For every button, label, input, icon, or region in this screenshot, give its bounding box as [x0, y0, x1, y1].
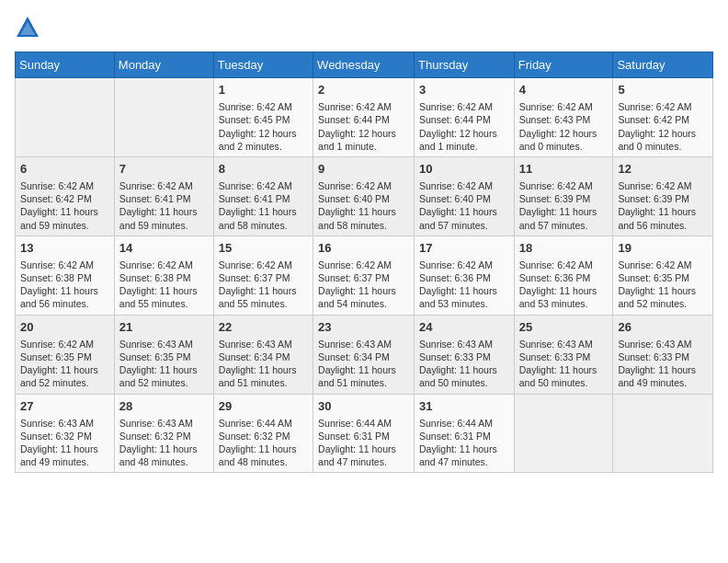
- calendar-cell: 18Sunrise: 6:42 AM Sunset: 6:36 PM Dayli…: [514, 236, 613, 315]
- day-header-saturday: Saturday: [613, 52, 713, 78]
- cell-content: Sunrise: 6:43 AM Sunset: 6:33 PM Dayligh…: [419, 338, 509, 390]
- calendar-cell: 10Sunrise: 6:42 AM Sunset: 6:40 PM Dayli…: [415, 156, 515, 236]
- cell-content: Sunrise: 6:42 AM Sunset: 6:36 PM Dayligh…: [519, 259, 609, 311]
- calendar-cell: 1Sunrise: 6:42 AM Sunset: 6:45 PM Daylig…: [213, 78, 313, 157]
- calendar-cell: 15Sunrise: 6:42 AM Sunset: 6:37 PM Dayli…: [213, 236, 313, 315]
- cell-content: Sunrise: 6:42 AM Sunset: 6:37 PM Dayligh…: [219, 259, 308, 311]
- day-number: 6: [20, 161, 109, 178]
- calendar-cell: 28Sunrise: 6:43 AM Sunset: 6:32 PM Dayli…: [114, 394, 213, 473]
- day-number: 16: [318, 240, 409, 257]
- cell-content: Sunrise: 6:43 AM Sunset: 6:34 PM Dayligh…: [219, 338, 308, 390]
- day-number: 21: [119, 319, 209, 336]
- calendar-cell: 26Sunrise: 6:43 AM Sunset: 6:33 PM Dayli…: [613, 315, 713, 394]
- day-number: 31: [419, 398, 509, 415]
- day-number: 4: [519, 82, 609, 98]
- calendar-cell: 30Sunrise: 6:44 AM Sunset: 6:31 PM Dayli…: [313, 394, 415, 473]
- logo: [15, 15, 44, 40]
- cell-content: Sunrise: 6:42 AM Sunset: 6:44 PM Dayligh…: [318, 100, 409, 153]
- day-number: 3: [419, 82, 509, 98]
- calendar-cell: 6Sunrise: 6:42 AM Sunset: 6:42 PM Daylig…: [16, 156, 115, 236]
- day-number: 27: [20, 398, 109, 415]
- calendar-cell: [514, 394, 613, 473]
- calendar-cell: 2Sunrise: 6:42 AM Sunset: 6:44 PM Daylig…: [313, 78, 415, 157]
- calendar-week-row: 20Sunrise: 6:42 AM Sunset: 6:35 PM Dayli…: [16, 315, 713, 394]
- calendar-cell: 11Sunrise: 6:42 AM Sunset: 6:39 PM Dayli…: [514, 156, 613, 236]
- day-header-tuesday: Tuesday: [213, 52, 313, 78]
- cell-content: Sunrise: 6:43 AM Sunset: 6:32 PM Dayligh…: [20, 417, 109, 469]
- cell-content: Sunrise: 6:42 AM Sunset: 6:38 PM Dayligh…: [119, 259, 209, 311]
- calendar-cell: 31Sunrise: 6:44 AM Sunset: 6:31 PM Dayli…: [415, 394, 515, 473]
- day-header-friday: Friday: [514, 52, 613, 78]
- cell-content: Sunrise: 6:44 AM Sunset: 6:31 PM Dayligh…: [419, 417, 509, 469]
- page-header: [15, 15, 713, 40]
- cell-content: Sunrise: 6:43 AM Sunset: 6:35 PM Dayligh…: [119, 338, 209, 390]
- day-number: 30: [318, 398, 409, 415]
- calendar-cell: 19Sunrise: 6:42 AM Sunset: 6:35 PM Dayli…: [613, 236, 713, 315]
- cell-content: Sunrise: 6:43 AM Sunset: 6:32 PM Dayligh…: [119, 417, 209, 469]
- calendar-week-row: 6Sunrise: 6:42 AM Sunset: 6:42 PM Daylig…: [16, 156, 713, 236]
- calendar-cell: 13Sunrise: 6:42 AM Sunset: 6:38 PM Dayli…: [16, 236, 115, 315]
- cell-content: Sunrise: 6:44 AM Sunset: 6:32 PM Dayligh…: [219, 417, 308, 469]
- cell-content: Sunrise: 6:42 AM Sunset: 6:40 PM Dayligh…: [419, 179, 509, 232]
- day-header-thursday: Thursday: [415, 52, 515, 78]
- day-number: 14: [119, 240, 209, 257]
- day-number: 18: [519, 240, 609, 257]
- day-number: 23: [318, 319, 409, 336]
- day-number: 24: [419, 319, 509, 336]
- day-header-monday: Monday: [114, 52, 213, 78]
- calendar-cell: 25Sunrise: 6:43 AM Sunset: 6:33 PM Dayli…: [514, 315, 613, 394]
- calendar-cell: 7Sunrise: 6:42 AM Sunset: 6:41 PM Daylig…: [114, 156, 213, 236]
- logo-icon: [15, 15, 40, 40]
- day-number: 9: [318, 161, 409, 178]
- day-number: 2: [318, 82, 409, 98]
- cell-content: Sunrise: 6:42 AM Sunset: 6:36 PM Dayligh…: [419, 259, 509, 311]
- cell-content: Sunrise: 6:42 AM Sunset: 6:39 PM Dayligh…: [519, 179, 609, 232]
- day-number: 1: [219, 82, 308, 98]
- day-number: 12: [618, 161, 708, 178]
- day-number: 28: [119, 398, 209, 415]
- day-number: 22: [219, 319, 308, 336]
- day-number: 8: [219, 161, 308, 178]
- calendar-week-row: 27Sunrise: 6:43 AM Sunset: 6:32 PM Dayli…: [16, 394, 713, 473]
- cell-content: Sunrise: 6:44 AM Sunset: 6:31 PM Dayligh…: [318, 417, 409, 469]
- calendar-cell: [613, 394, 713, 473]
- day-number: 19: [618, 240, 708, 257]
- cell-content: Sunrise: 6:42 AM Sunset: 6:42 PM Dayligh…: [618, 100, 708, 153]
- calendar-cell: 20Sunrise: 6:42 AM Sunset: 6:35 PM Dayli…: [16, 315, 115, 394]
- day-number: 20: [20, 319, 109, 336]
- cell-content: Sunrise: 6:42 AM Sunset: 6:39 PM Dayligh…: [618, 179, 708, 232]
- cell-content: Sunrise: 6:42 AM Sunset: 6:35 PM Dayligh…: [618, 259, 708, 311]
- day-number: 25: [519, 319, 609, 336]
- calendar-cell: 27Sunrise: 6:43 AM Sunset: 6:32 PM Dayli…: [16, 394, 115, 473]
- calendar-cell: 17Sunrise: 6:42 AM Sunset: 6:36 PM Dayli…: [415, 236, 515, 315]
- day-number: 10: [419, 161, 509, 178]
- calendar-week-row: 1Sunrise: 6:42 AM Sunset: 6:45 PM Daylig…: [16, 78, 713, 157]
- day-number: 26: [618, 319, 708, 336]
- calendar-cell: [114, 78, 213, 157]
- calendar-week-row: 13Sunrise: 6:42 AM Sunset: 6:38 PM Dayli…: [16, 236, 713, 315]
- day-number: 11: [519, 161, 609, 178]
- cell-content: Sunrise: 6:42 AM Sunset: 6:44 PM Dayligh…: [419, 100, 509, 153]
- cell-content: Sunrise: 6:42 AM Sunset: 6:41 PM Dayligh…: [219, 179, 308, 232]
- cell-content: Sunrise: 6:43 AM Sunset: 6:33 PM Dayligh…: [519, 338, 609, 390]
- cell-content: Sunrise: 6:42 AM Sunset: 6:43 PM Dayligh…: [519, 100, 609, 153]
- day-number: 17: [419, 240, 509, 257]
- calendar-cell: 21Sunrise: 6:43 AM Sunset: 6:35 PM Dayli…: [114, 315, 213, 394]
- day-number: 5: [618, 82, 708, 98]
- cell-content: Sunrise: 6:43 AM Sunset: 6:34 PM Dayligh…: [318, 338, 409, 390]
- calendar-cell: 23Sunrise: 6:43 AM Sunset: 6:34 PM Dayli…: [313, 315, 415, 394]
- calendar-cell: 24Sunrise: 6:43 AM Sunset: 6:33 PM Dayli…: [415, 315, 515, 394]
- cell-content: Sunrise: 6:42 AM Sunset: 6:35 PM Dayligh…: [20, 338, 109, 390]
- calendar-cell: [16, 78, 115, 157]
- calendar-cell: 4Sunrise: 6:42 AM Sunset: 6:43 PM Daylig…: [514, 78, 613, 157]
- calendar-cell: 5Sunrise: 6:42 AM Sunset: 6:42 PM Daylig…: [613, 78, 713, 157]
- cell-content: Sunrise: 6:42 AM Sunset: 6:37 PM Dayligh…: [318, 259, 409, 311]
- calendar-cell: 9Sunrise: 6:42 AM Sunset: 6:40 PM Daylig…: [313, 156, 415, 236]
- calendar-cell: 29Sunrise: 6:44 AM Sunset: 6:32 PM Dayli…: [213, 394, 313, 473]
- cell-content: Sunrise: 6:42 AM Sunset: 6:40 PM Dayligh…: [318, 179, 409, 232]
- calendar-cell: 22Sunrise: 6:43 AM Sunset: 6:34 PM Dayli…: [213, 315, 313, 394]
- cell-content: Sunrise: 6:43 AM Sunset: 6:33 PM Dayligh…: [618, 338, 708, 390]
- calendar-cell: 3Sunrise: 6:42 AM Sunset: 6:44 PM Daylig…: [415, 78, 515, 157]
- day-number: 7: [119, 161, 209, 178]
- cell-content: Sunrise: 6:42 AM Sunset: 6:41 PM Dayligh…: [119, 179, 209, 232]
